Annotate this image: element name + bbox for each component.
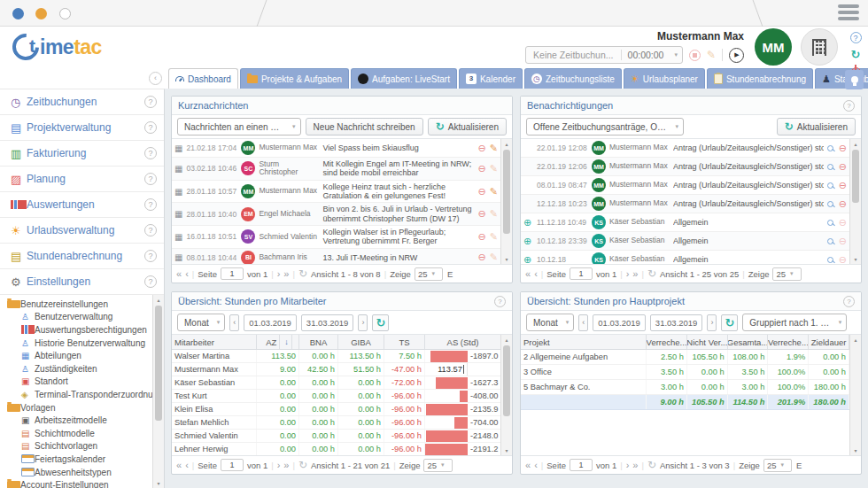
employee-table-scrollbar[interactable]: ▴▾	[500, 335, 512, 455]
notification-row[interactable]: ⊕ 08.01.19 08:47 MM Mustermann Max Antra…	[521, 176, 849, 195]
date-from-input[interactable]: 01.03.2019	[244, 314, 297, 331]
help-icon[interactable]: ?	[144, 198, 157, 211]
project-row[interactable]: 3 Office 3.50 h 0.00 h 3.50 h 100.0% 0.0…	[521, 365, 849, 380]
last-page-icon[interactable]: »	[283, 460, 289, 470]
first-page-icon[interactable]: «	[525, 460, 531, 470]
search-icon[interactable]	[827, 164, 833, 170]
prev-period-button[interactable]: ‹	[229, 314, 239, 331]
notification-row[interactable]: ⊕ 11.12.18 10:49 KS Käser Sebastian Allg…	[521, 213, 849, 232]
message-row[interactable]: ▦ 28.01.18 10:40 EM Engel Michaela Bin v…	[172, 203, 500, 226]
edit-pencil-icon[interactable]: ✎	[490, 252, 498, 263]
dismiss-icon[interactable]: ⊖	[839, 217, 847, 229]
delete-icon[interactable]: ⊖	[478, 252, 486, 263]
notification-row[interactable]: ⊕ 22.01.19 12:08 MM Mustermann Max Antra…	[521, 139, 849, 158]
play-button[interactable]: ▶	[729, 48, 744, 63]
dismiss-icon[interactable]: ⊖	[839, 236, 847, 247]
help-icon[interactable]: ?	[850, 32, 862, 43]
sidebar-item[interactable]: ☀ Urlaubsverwaltung ?	[0, 218, 164, 244]
page-input[interactable]	[221, 459, 244, 471]
edit-pencil-icon[interactable]: ✎	[490, 163, 498, 174]
refresh-icon[interactable]: ↻	[647, 459, 656, 471]
sidebar-item[interactable]: ⚙ Einstellungen ?	[0, 269, 164, 295]
employee-table-header[interactable]: Mitarbeiter AZ↓ BNA GIBA TS AS (Std)	[172, 335, 500, 350]
date-to-input[interactable]: 31.03.2019	[301, 314, 354, 331]
page-input[interactable]	[570, 459, 593, 471]
help-icon[interactable]: ?	[144, 121, 157, 134]
dismiss-icon[interactable]: ⊖	[839, 143, 847, 154]
message-row[interactable]: ▦ 03.02.18 10:46 SC Sturm Christopher Mi…	[172, 158, 500, 181]
message-filter-select[interactable]: Nachrichten an einen Mitarbeiter, L ▾	[177, 118, 301, 136]
search-icon[interactable]	[827, 238, 833, 244]
page-size-select[interactable]: 25 ▾	[423, 459, 452, 472]
search-icon[interactable]	[827, 220, 833, 226]
lightbulb-button[interactable]	[845, 70, 864, 89]
help-icon[interactable]: ?	[144, 224, 157, 236]
help-icon[interactable]: ?	[843, 100, 855, 112]
help-icon[interactable]: ?	[144, 173, 157, 185]
employee-row[interactable]: Stefan Mehlich 0.00 0.00 h 0.00 h -96.00…	[172, 416, 500, 430]
employee-row[interactable]: Lehner Herwig 0.00 0.00 h 0.00 h -96.00 …	[172, 443, 500, 455]
scrollbar-thumb[interactable]	[155, 306, 162, 421]
delete-icon[interactable]: ⊖	[478, 231, 486, 243]
next-page-icon[interactable]: ›	[626, 460, 630, 470]
message-row[interactable]: ▦ 16.01.18 10:51 SV Schmied Valentin Kol…	[172, 226, 500, 249]
employee-row[interactable]: Walser Martina 113.50 0.00 h 113.50 h 7.…	[172, 350, 500, 363]
sidebar-item[interactable]: ▤ Projektverwaltung ?	[0, 115, 164, 141]
dismiss-icon[interactable]: ⊖	[839, 161, 847, 173]
tree-item[interactable]: ▣ Arbeitszeitmodelle	[0, 414, 152, 427]
new-message-button[interactable]: Neue Nachricht schreiben	[306, 118, 423, 136]
tree-item[interactable]: ♙ Zuständigkeiten	[0, 362, 152, 376]
tree-item[interactable]: ▦ Abteilungen	[0, 349, 152, 362]
sidebar-item[interactable]: ▤ Stundenabrechnung ?	[0, 244, 164, 269]
window-dot-yellow[interactable]	[35, 8, 47, 19]
notifications-scrollbar[interactable]: ▴▾	[849, 139, 861, 264]
dismiss-icon[interactable]: ⊖	[839, 254, 847, 265]
notification-row[interactable]: ⊕ 22.01.19 12:06 MM Mustermann Max Antra…	[521, 158, 849, 176]
notification-row[interactable]: ⊕ 10.12.18 23:39 KS Käser Sebastian Allg…	[521, 232, 849, 251]
prev-page-icon[interactable]: ‹	[185, 460, 189, 470]
as-edit-cell[interactable]: 113.57	[425, 363, 467, 376]
employee-row[interactable]: Mustermann Max 9.00 42.50 h 51.50 h -47.…	[172, 363, 500, 376]
chevron-down-icon[interactable]: ▾	[670, 51, 682, 58]
message-row[interactable]: ▦ 28.01.18 10:57 MM Mustermann Max Kolle…	[172, 181, 500, 204]
employee-row[interactable]: Klein Elisa 0.00 0.00 h 0.00 h -96.00 h …	[172, 403, 500, 416]
delete-icon[interactable]: ⊖	[478, 186, 486, 198]
prev-page-icon[interactable]: ‹	[185, 268, 189, 279]
tab[interactable]: Dashboard	[168, 68, 238, 89]
project-table-scrollbar[interactable]: ▴▾	[849, 335, 861, 455]
refresh-messages-button[interactable]: ↻ Aktualisieren	[428, 118, 507, 136]
group-by-select[interactable]: Gruppiert nach 1. Ebe ▾	[742, 314, 847, 331]
tab[interactable]: Zeitbuchungsliste	[524, 68, 622, 89]
prev-period-button[interactable]: ‹	[578, 314, 588, 331]
delete-icon[interactable]: ⊖	[478, 143, 486, 154]
prev-page-icon[interactable]: ‹	[534, 268, 538, 279]
tracking-task-select[interactable]: Keine Zeitbuchun... 00:00:00 ▾	[525, 46, 683, 64]
prev-page-icon[interactable]: ‹	[534, 460, 538, 470]
project-table-header[interactable]: Projekt Verreche... Nicht Ver... Gesamta…	[521, 335, 849, 350]
page-size-select[interactable]: 25 ▾	[772, 267, 801, 281]
dismiss-icon[interactable]: ⊖	[839, 180, 847, 191]
refresh-icon[interactable]: ↻	[851, 49, 861, 60]
scrollbar-thumb[interactable]	[503, 150, 510, 234]
first-page-icon[interactable]: «	[176, 268, 182, 279]
sidebar-item[interactable]: Auswertungen ?	[0, 192, 164, 218]
page-size-select[interactable]: 25 ▾	[415, 267, 443, 281]
next-page-icon[interactable]: ›	[277, 268, 281, 279]
messages-scrollbar[interactable]: ▴▾	[500, 139, 512, 264]
last-page-icon[interactable]: »	[632, 268, 638, 279]
dismiss-icon[interactable]: ⊖	[839, 198, 847, 210]
next-period-button[interactable]: ›	[707, 314, 717, 331]
project-row[interactable]: 5 Bachmayr & Co. 3.00 h 0.00 h 3.00 h 10…	[521, 380, 849, 395]
help-icon[interactable]: ?	[144, 275, 157, 288]
tree-item[interactable]: Auswertungsberechtigungen	[0, 323, 152, 337]
message-row[interactable]: ▦ 21.02.18 17:04 MM Mustermann Max Viel …	[172, 139, 500, 158]
help-icon[interactable]: ?	[843, 296, 855, 307]
page-input[interactable]	[221, 267, 244, 280]
stop-icon[interactable]	[689, 50, 701, 61]
tree-item[interactable]: ▤ Schichtvorlagen	[0, 440, 152, 453]
tree-item[interactable]: ◈ Terminal-Transponderzuordnung	[0, 388, 152, 401]
notification-filter-select[interactable]: Offene Zeitbuchungsanträge, Offen ▾	[526, 118, 684, 136]
tab[interactable]: Kalender	[459, 68, 523, 89]
notification-row[interactable]: ⊕ 10.12.18 KS Käser Sebastian Allgemein …	[521, 251, 849, 264]
tree-item[interactable]: Abwesenheitstypen	[0, 466, 152, 479]
